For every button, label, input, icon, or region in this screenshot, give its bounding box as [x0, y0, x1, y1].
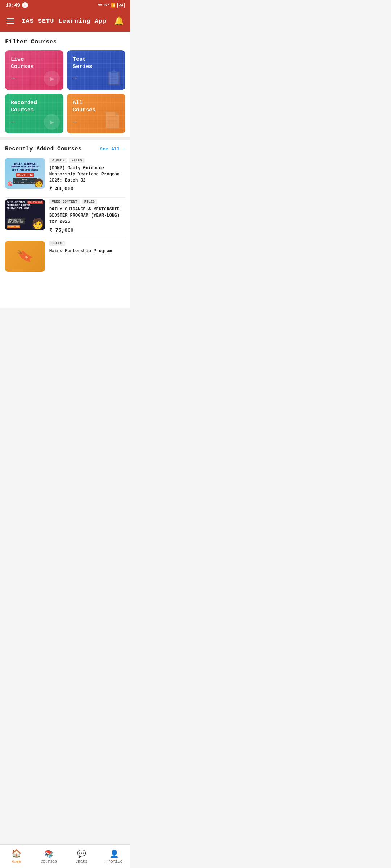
app-title: IAS SETU Learning App	[22, 18, 107, 25]
course-price-booster: ₹ 75,000	[49, 227, 125, 233]
course-info-mains: FILES Mains Mentorship Program	[49, 241, 125, 272]
course-name-booster: DAILY GUIDANCE & MENTORSHIP BOOSTER PROG…	[49, 207, 125, 225]
test-series-card[interactable]: TestSeries → 📋✏️	[67, 50, 125, 90]
tag-row-dgmp: VIDEOS FILES	[49, 158, 125, 163]
course-item-booster[interactable]: DAILY GUIDANCEMENTORSHIP BOOSTERPROGRAM …	[5, 199, 125, 239]
live-courses-card[interactable]: LiveCourses → ▶	[5, 50, 63, 90]
filter-title: Filter Courses	[5, 38, 125, 45]
status-left: 10:49 1	[6, 2, 28, 8]
tag-files: FILES	[69, 158, 85, 163]
tag-files-booster: FILES	[82, 199, 98, 204]
all-courses-icon: 📄	[103, 111, 122, 130]
course-info-dgmp: VIDEOS FILES (DGMP) Daily Guidance Mento…	[49, 158, 125, 192]
see-all-button[interactable]: See All →	[100, 146, 125, 152]
tag-files-mains: FILES	[49, 241, 65, 246]
battery-icon: 23	[117, 3, 125, 8]
course-item-mains[interactable]: 🔖 FILES Mains Mentorship Program	[5, 241, 125, 277]
live-courses-icon: ▶	[44, 71, 60, 86]
mains-thumb-icon: 🔖	[16, 247, 34, 265]
main-content: Filter Courses LiveCourses → ▶ TestSerie…	[0, 32, 130, 308]
tag-row-booster: FREE CONTENT FILES	[49, 199, 125, 204]
recently-title: Recently Added Courses	[5, 146, 81, 152]
person-icon-booster: 🧑	[31, 218, 44, 230]
bell-icon[interactable]: 🔔	[114, 16, 124, 26]
tag-free-content: FREE CONTENT	[49, 199, 80, 204]
status-time: 10:49	[6, 3, 20, 8]
app-header: IAS SETU Learning App 🔔	[0, 10, 130, 32]
status-right: Vo 4G+ 📶 23	[98, 3, 125, 8]
course-name-dgmp: (DGMP) Daily Guidance Mentorship Yearlon…	[49, 165, 125, 183]
filter-section: Filter Courses LiveCourses → ▶ TestSerie…	[0, 32, 130, 137]
course-thumb-dgmp: DAILY GUIDANCEMENTORSHIP PROGRAM(DGMP FO…	[5, 158, 45, 189]
menu-button[interactable]	[7, 18, 14, 24]
course-name-mains: Mains Mentorship Program	[49, 248, 125, 254]
live-courses-title: LiveCourses	[11, 56, 58, 70]
network-type: 4G+	[104, 3, 109, 7]
recorded-courses-card[interactable]: RecordedCourses → ▶	[5, 94, 63, 133]
person-icon-dgmp: 🧑	[34, 178, 43, 188]
course-item-dgmp[interactable]: DAILY GUIDANCEMENTORSHIP PROGRAM(DGMP FO…	[5, 158, 125, 198]
tag-videos: VIDEOS	[49, 158, 67, 163]
section-divider	[0, 137, 130, 140]
all-courses-card[interactable]: AllCourses → 📄	[67, 94, 125, 133]
test-series-title: TestSeries	[73, 56, 119, 70]
recorded-courses-icon: ▶	[44, 114, 60, 130]
course-info-booster: FREE CONTENT FILES DAILY GUIDANCE & MENT…	[49, 199, 125, 233]
signal-vo: Vo	[98, 3, 102, 7]
notification-badge: 1	[22, 2, 28, 8]
course-thumb-booster: DAILY GUIDANCEMENTORSHIP BOOSTERPROGRAM …	[5, 199, 45, 230]
recently-section: Recently Added Courses See All → DAILY G…	[0, 140, 130, 282]
tag-row-mains: FILES	[49, 241, 125, 246]
signal-bars: 📶	[111, 3, 116, 8]
course-grid: LiveCourses → ▶ TestSeries → 📋✏️ Recorde…	[5, 50, 125, 133]
course-price-dgmp: ₹ 40,000	[49, 186, 125, 192]
recorded-courses-title: RecordedCourses	[11, 99, 58, 114]
recently-header: Recently Added Courses See All →	[5, 146, 125, 152]
test-series-icon: 📋✏️	[105, 69, 123, 87]
status-bar: 10:49 1 Vo 4G+ 📶 23	[0, 0, 130, 10]
course-thumb-mains: 🔖	[5, 241, 45, 272]
